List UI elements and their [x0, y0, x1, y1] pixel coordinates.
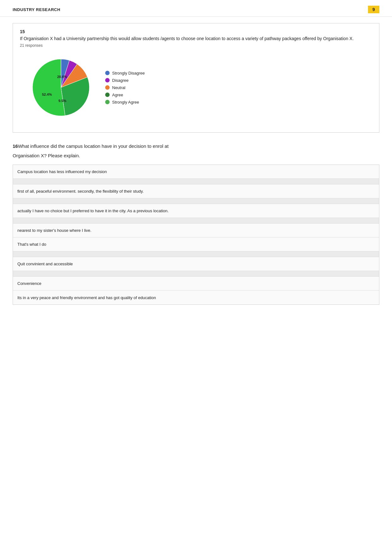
response-item: [13, 179, 379, 184]
question-15-block: 15 If Organisation X had a University pa…: [13, 23, 379, 133]
response-item: nearest to my sister's house where I liv…: [13, 224, 379, 238]
question-15-number: 15: [20, 29, 372, 34]
response-item: actually I have no choice but I preferre…: [13, 204, 379, 218]
response-item: [13, 218, 379, 224]
question-15-response-count: 21 responses: [20, 43, 372, 48]
response-item: Campus location has less influenced my d…: [13, 165, 379, 179]
response-item: That's what I do: [13, 238, 379, 251]
page-header: INDUSTRY RESEARCH 9: [0, 0, 392, 17]
response-item: Quit convinient and accessible: [13, 257, 379, 271]
question-16-text: What influence did the campus location h…: [18, 143, 169, 149]
chart-area: 28.6% 52.4% 9.5% Strongly Disagree Disag…: [20, 53, 372, 125]
page-number-badge: 9: [368, 6, 379, 13]
question-16-subtext: Organisation X? Please explain.: [13, 152, 379, 160]
response-list-16: Campus location has less influenced my d…: [13, 165, 379, 305]
legend-label-disagree: Disagree: [112, 78, 129, 83]
legend-label-strongly-agree: Strongly Agree: [112, 100, 139, 105]
legend-item-agree: Agree: [105, 93, 145, 97]
response-item: Its in a very peace and friendly environ…: [13, 291, 379, 304]
response-item: [13, 251, 379, 257]
pie-chart-container: 28.6% 52.4% 9.5%: [29, 56, 93, 119]
pie-chart-svg: [29, 56, 93, 119]
legend-label-neutral: Neutral: [112, 85, 125, 90]
legend-dot-agree: [105, 93, 110, 97]
question-15-text: If Organisation X had a University partn…: [20, 35, 372, 42]
response-item: [13, 271, 379, 277]
question-16-block: 16What influence did the campus location…: [13, 139, 379, 308]
legend-dot-disagree: [105, 78, 110, 82]
legend-item-disagree: Disagree: [105, 78, 145, 83]
response-item: [13, 198, 379, 204]
chart-legend: Strongly Disagree Disagree Neutral Agree…: [105, 71, 145, 105]
response-item: first of all, peaceful environment. seco…: [13, 184, 379, 198]
question-16-number: 16: [13, 143, 18, 149]
legend-item-strongly-disagree: Strongly Disagree: [105, 71, 145, 75]
legend-dot-strongly-agree: [105, 100, 110, 104]
legend-item-neutral: Neutral: [105, 85, 145, 90]
legend-label-agree: Agree: [112, 93, 123, 97]
legend-item-strongly-agree: Strongly Agree: [105, 100, 145, 105]
legend-dot-strongly-disagree: [105, 71, 110, 75]
response-item: Convenience: [13, 277, 379, 291]
header-title: INDUSTRY RESEARCH: [13, 7, 60, 12]
legend-dot-neutral: [105, 85, 110, 90]
main-content: 15 If Organisation X had a University pa…: [0, 17, 392, 317]
legend-label-strongly-disagree: Strongly Disagree: [112, 71, 145, 75]
